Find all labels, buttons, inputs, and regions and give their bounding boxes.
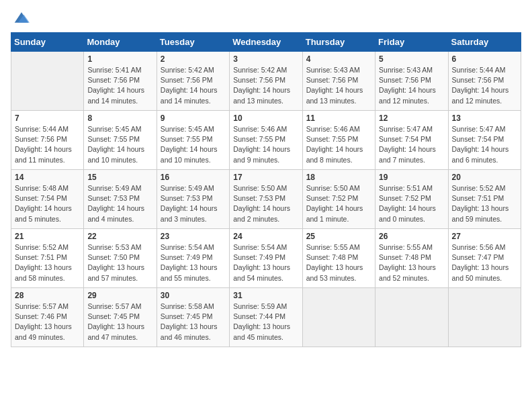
- day-number: 30: [161, 291, 226, 300]
- day-number: 17: [233, 173, 298, 182]
- calendar-table: SundayMondayTuesdayWednesdayThursdayFrid…: [11, 32, 521, 347]
- day-info: Sunrise: 5:57 AM Sunset: 7:45 PM Dayligh…: [87, 302, 152, 342]
- day-number: 27: [452, 232, 517, 241]
- week-row-4: 21Sunrise: 5:52 AM Sunset: 7:51 PM Dayli…: [11, 229, 521, 288]
- calendar-cell: 4Sunrise: 5:43 AM Sunset: 7:56 PM Daylig…: [302, 52, 375, 111]
- calendar-cell: 29Sunrise: 5:57 AM Sunset: 7:45 PM Dayli…: [84, 288, 157, 347]
- calendar-cell: 18Sunrise: 5:50 AM Sunset: 7:52 PM Dayli…: [302, 170, 375, 229]
- column-header-monday: Monday: [84, 33, 157, 52]
- day-info: Sunrise: 5:57 AM Sunset: 7:46 PM Dayligh…: [15, 302, 80, 342]
- day-number: 7: [15, 113, 80, 123]
- day-number: 20: [452, 173, 517, 182]
- calendar-cell: 12Sunrise: 5:47 AM Sunset: 7:54 PM Dayli…: [375, 111, 448, 170]
- day-number: 31: [233, 291, 298, 300]
- calendar-cell: 2Sunrise: 5:42 AM Sunset: 7:56 PM Daylig…: [157, 52, 229, 111]
- column-header-saturday: Saturday: [448, 33, 521, 52]
- day-info: Sunrise: 5:47 AM Sunset: 7:54 PM Dayligh…: [452, 124, 517, 165]
- day-info: Sunrise: 5:49 AM Sunset: 7:53 PM Dayligh…: [87, 183, 152, 224]
- day-number: 25: [306, 232, 371, 241]
- calendar-cell: 10Sunrise: 5:46 AM Sunset: 7:55 PM Dayli…: [230, 111, 302, 170]
- calendar-cell: 3Sunrise: 5:42 AM Sunset: 7:56 PM Daylig…: [230, 52, 302, 111]
- week-row-1: 1Sunrise: 5:41 AM Sunset: 7:56 PM Daylig…: [11, 52, 521, 111]
- day-info: Sunrise: 5:58 AM Sunset: 7:45 PM Dayligh…: [161, 302, 226, 342]
- day-info: Sunrise: 5:54 AM Sunset: 7:49 PM Dayligh…: [233, 242, 298, 283]
- day-info: Sunrise: 5:47 AM Sunset: 7:54 PM Dayligh…: [379, 124, 444, 165]
- calendar-cell: 14Sunrise: 5:48 AM Sunset: 7:54 PM Dayli…: [11, 170, 84, 229]
- week-row-2: 7Sunrise: 5:44 AM Sunset: 7:56 PM Daylig…: [11, 111, 521, 170]
- column-header-wednesday: Wednesday: [230, 33, 302, 52]
- calendar-cell: 28Sunrise: 5:57 AM Sunset: 7:46 PM Dayli…: [11, 288, 84, 347]
- calendar-cell: 9Sunrise: 5:45 AM Sunset: 7:55 PM Daylig…: [157, 111, 229, 170]
- day-number: 22: [87, 232, 152, 241]
- day-number: 12: [379, 113, 444, 123]
- day-number: 15: [87, 173, 152, 182]
- calendar-cell: 8Sunrise: 5:45 AM Sunset: 7:55 PM Daylig…: [84, 111, 157, 170]
- day-info: Sunrise: 5:46 AM Sunset: 7:55 PM Dayligh…: [306, 124, 371, 165]
- day-info: Sunrise: 5:48 AM Sunset: 7:54 PM Dayligh…: [15, 183, 80, 224]
- day-number: 4: [306, 54, 371, 64]
- day-info: Sunrise: 5:49 AM Sunset: 7:53 PM Dayligh…: [161, 183, 226, 224]
- day-number: 29: [87, 291, 152, 300]
- day-number: 16: [161, 173, 226, 182]
- day-info: Sunrise: 5:42 AM Sunset: 7:56 PM Dayligh…: [233, 65, 298, 106]
- day-info: Sunrise: 5:50 AM Sunset: 7:52 PM Dayligh…: [306, 183, 371, 224]
- calendar-cell: 31Sunrise: 5:59 AM Sunset: 7:44 PM Dayli…: [230, 288, 302, 347]
- day-number: 13: [452, 113, 517, 123]
- calendar-cell: 24Sunrise: 5:54 AM Sunset: 7:49 PM Dayli…: [230, 229, 302, 288]
- day-number: 2: [161, 54, 226, 64]
- calendar-cell: 13Sunrise: 5:47 AM Sunset: 7:54 PM Dayli…: [448, 111, 521, 170]
- day-info: Sunrise: 5:52 AM Sunset: 7:51 PM Dayligh…: [15, 242, 80, 283]
- calendar-cell: 25Sunrise: 5:55 AM Sunset: 7:48 PM Dayli…: [302, 229, 375, 288]
- calendar-cell: 11Sunrise: 5:46 AM Sunset: 7:55 PM Dayli…: [302, 111, 375, 170]
- calendar-cell: 27Sunrise: 5:56 AM Sunset: 7:47 PM Dayli…: [448, 229, 521, 288]
- day-number: 10: [233, 113, 298, 123]
- day-info: Sunrise: 5:55 AM Sunset: 7:48 PM Dayligh…: [306, 242, 371, 283]
- logo: [11, 11, 30, 24]
- calendar-cell: 17Sunrise: 5:50 AM Sunset: 7:53 PM Dayli…: [230, 170, 302, 229]
- calendar-cell: 23Sunrise: 5:54 AM Sunset: 7:49 PM Dayli…: [157, 229, 229, 288]
- column-header-sunday: Sunday: [11, 33, 84, 52]
- calendar-cell: 1Sunrise: 5:41 AM Sunset: 7:56 PM Daylig…: [84, 52, 157, 111]
- calendar-cell: 7Sunrise: 5:44 AM Sunset: 7:56 PM Daylig…: [11, 111, 84, 170]
- day-number: 3: [233, 54, 298, 64]
- logo-icon: [13, 11, 30, 24]
- day-info: Sunrise: 5:45 AM Sunset: 7:55 PM Dayligh…: [161, 124, 226, 165]
- calendar-cell: 22Sunrise: 5:53 AM Sunset: 7:50 PM Dayli…: [84, 229, 157, 288]
- day-number: 14: [15, 173, 80, 182]
- day-info: Sunrise: 5:51 AM Sunset: 7:52 PM Dayligh…: [379, 183, 444, 224]
- day-number: 19: [379, 173, 444, 182]
- day-number: 5: [379, 54, 444, 64]
- calendar-cell: 19Sunrise: 5:51 AM Sunset: 7:52 PM Dayli…: [375, 170, 448, 229]
- calendar-cell: 26Sunrise: 5:55 AM Sunset: 7:48 PM Dayli…: [375, 229, 448, 288]
- calendar-cell: 6Sunrise: 5:44 AM Sunset: 7:56 PM Daylig…: [448, 52, 521, 111]
- week-row-5: 28Sunrise: 5:57 AM Sunset: 7:46 PM Dayli…: [11, 288, 521, 347]
- day-number: 8: [87, 113, 152, 123]
- day-info: Sunrise: 5:44 AM Sunset: 7:56 PM Dayligh…: [452, 65, 517, 106]
- day-number: 26: [379, 232, 444, 241]
- day-number: 11: [306, 113, 371, 123]
- day-info: Sunrise: 5:41 AM Sunset: 7:56 PM Dayligh…: [87, 65, 152, 106]
- week-row-3: 14Sunrise: 5:48 AM Sunset: 7:54 PM Dayli…: [11, 170, 521, 229]
- day-number: 23: [161, 232, 226, 241]
- calendar-cell: 15Sunrise: 5:49 AM Sunset: 7:53 PM Dayli…: [84, 170, 157, 229]
- day-info: Sunrise: 5:45 AM Sunset: 7:55 PM Dayligh…: [87, 124, 152, 165]
- day-number: 18: [306, 173, 371, 182]
- day-number: 9: [161, 113, 226, 123]
- day-number: 21: [15, 232, 80, 241]
- calendar-cell: [302, 288, 375, 347]
- day-info: Sunrise: 5:54 AM Sunset: 7:49 PM Dayligh…: [161, 242, 226, 283]
- page-header: [11, 11, 521, 24]
- calendar-cell: 20Sunrise: 5:52 AM Sunset: 7:51 PM Dayli…: [448, 170, 521, 229]
- day-info: Sunrise: 5:50 AM Sunset: 7:53 PM Dayligh…: [233, 183, 298, 224]
- header-row: SundayMondayTuesdayWednesdayThursdayFrid…: [11, 33, 521, 52]
- column-header-tuesday: Tuesday: [157, 33, 229, 52]
- day-info: Sunrise: 5:53 AM Sunset: 7:50 PM Dayligh…: [87, 242, 152, 283]
- day-number: 28: [15, 291, 80, 300]
- column-header-thursday: Thursday: [302, 33, 375, 52]
- calendar-cell: [11, 52, 84, 111]
- calendar-cell: 5Sunrise: 5:43 AM Sunset: 7:56 PM Daylig…: [375, 52, 448, 111]
- day-info: Sunrise: 5:52 AM Sunset: 7:51 PM Dayligh…: [452, 183, 517, 224]
- day-number: 24: [233, 232, 298, 241]
- calendar-cell: [375, 288, 448, 347]
- calendar-cell: 21Sunrise: 5:52 AM Sunset: 7:51 PM Dayli…: [11, 229, 84, 288]
